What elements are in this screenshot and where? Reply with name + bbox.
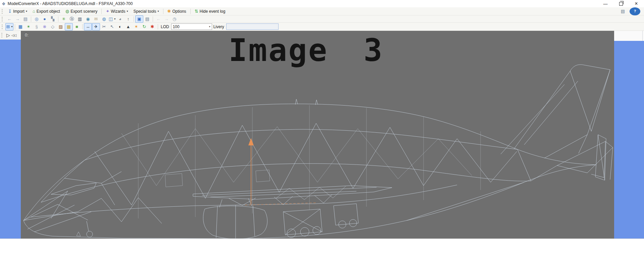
- frame-counter: 0:: [25, 32, 29, 38]
- livery-combobox[interactable]: [226, 23, 279, 30]
- zoom-extents-icon[interactable]: ⊞▾: [5, 23, 13, 30]
- dropdown-caret-icon[interactable]: ▾: [158, 10, 159, 13]
- menu-export-object: ⌂: [33, 9, 35, 13]
- find-object-icon[interactable]: ◎: [33, 15, 41, 23]
- terrain-texture-icon: ■: [76, 24, 78, 29]
- viewport-area[interactable]: ▷ ◁◁ 0:: [0, 31, 644, 239]
- burst-icon[interactable]: ✱: [148, 23, 156, 30]
- mailbox-icon[interactable]: ✉: [92, 15, 100, 23]
- toolbar-separator: [190, 9, 191, 14]
- attach-clip-icon[interactable]: §: [33, 23, 41, 30]
- attached-object-icon[interactable]: ⓐ: [68, 15, 76, 23]
- animation-editor-icon: ▥: [78, 17, 82, 21]
- dropdown-caret-icon[interactable]: ▾: [11, 25, 12, 28]
- window-restore-button[interactable]: [613, 0, 629, 7]
- material-sphere-icon[interactable]: ●: [41, 15, 49, 23]
- animation-bar: ▷ ◁◁: [0, 31, 21, 40]
- particles-icon[interactable]: ※: [41, 23, 49, 30]
- window-minimize-button[interactable]: —: [598, 0, 613, 7]
- visibility-editor-icon[interactable]: ◉: [84, 15, 92, 23]
- forward-icon[interactable]: →: [13, 15, 21, 23]
- ruler-toggle-icon[interactable]: ↔: [84, 23, 92, 30]
- dark-cone-icon[interactable]: ▲: [124, 23, 132, 30]
- refresh-icon: ↻: [143, 24, 146, 29]
- back-icon[interactable]: ←: [5, 15, 13, 23]
- dropdown-caret-icon[interactable]: ▾: [127, 10, 128, 13]
- animation-editor-icon[interactable]: ▥: [76, 15, 84, 23]
- play-button[interactable]: ▷: [6, 32, 10, 38]
- window-close-button[interactable]: ×: [629, 0, 644, 7]
- window-title: ModelConverterX - ABADSTUDIOSBELUGA.mdl …: [8, 1, 133, 6]
- sun-rays-icon: ✶: [135, 24, 138, 29]
- toolbar-overflow-area: [614, 31, 644, 41]
- dropdown-caret-icon[interactable]: ▾: [26, 10, 27, 13]
- find-object-icon: ◎: [35, 17, 38, 21]
- log-window-icon[interactable]: ▤: [618, 7, 628, 15]
- menu-options[interactable]: ✱Options: [165, 7, 189, 15]
- zoom-extents-icon: ⊞: [6, 24, 10, 29]
- grid-icon: ▦: [18, 24, 22, 29]
- preview-canvas[interactable]: Image 3: [21, 31, 614, 239]
- menu-import-label: Import: [13, 9, 24, 14]
- time-settings-icon: ◷: [172, 17, 176, 21]
- scenery-objects-icon[interactable]: ◫▾: [108, 15, 116, 23]
- event-log-panel[interactable]: [0, 239, 644, 266]
- earth-position-icon: ◍: [102, 17, 106, 21]
- aircraft-toggle-icon[interactable]: ✈: [92, 23, 100, 30]
- crop-tool-icon[interactable]: ✂: [100, 23, 108, 30]
- menu-export-scenery: ◍: [65, 9, 69, 13]
- ground-texture-icon: ▨: [59, 24, 63, 29]
- terrain-texture-icon[interactable]: ■: [73, 23, 81, 30]
- menu-export-object-label: Export object: [37, 9, 60, 14]
- help-icon[interactable]: ?: [630, 7, 640, 15]
- properties-panel-icon[interactable]: ▤: [143, 15, 151, 23]
- preview-monitor-icon[interactable]: ▣: [135, 15, 143, 23]
- menu-wizards-label: Wizards: [111, 9, 125, 14]
- toolbar-separator: [101, 9, 102, 14]
- view-toolbar: ⊞▾▦✴§※◇▨▩■↔✈✂↖◐▲✶↻✱ LOD 100 ▾ Livery: [0, 23, 644, 31]
- toolbar-grip[interactable]: [2, 24, 4, 29]
- chevron-down-icon[interactable]: ▾: [209, 25, 210, 28]
- refresh-icon[interactable]: ↻: [140, 23, 148, 30]
- toolbar-grip[interactable]: [2, 9, 4, 14]
- sun-rays-icon[interactable]: ✶: [132, 23, 140, 30]
- menu-special-tools[interactable]: Special tools▾: [131, 7, 162, 15]
- menu-hide-event-log[interactable]: ⇅Hide event log: [192, 7, 228, 15]
- scenery-objects-icon: ◫: [109, 17, 113, 21]
- menu-export-scenery[interactable]: ◍Export scenery: [63, 7, 100, 15]
- export-up-icon[interactable]: ↑: [124, 15, 132, 23]
- toolbar-separator: [158, 24, 158, 29]
- texture-ball-icon[interactable]: ◕: [116, 15, 124, 23]
- menu-import: ↧: [8, 9, 12, 13]
- menu-wizards[interactable]: ✦Wizards▾: [103, 7, 131, 15]
- pasted-image-caption: Image 3: [229, 34, 384, 67]
- earth-position-icon[interactable]: ◍: [100, 15, 108, 23]
- hierarchy-editor-icon[interactable]: ▚: [49, 15, 57, 23]
- rewind-button[interactable]: ◁◁: [11, 33, 16, 38]
- main-toolbar: ←→▤◎●▚✳ⓐ▥◉✉◍◫▾◕↑▣▤←→◷: [0, 15, 644, 23]
- attach-clip-icon: §: [35, 24, 38, 29]
- toolbar-separator: [15, 24, 15, 29]
- toolbar-separator: [153, 16, 153, 22]
- ground-texture-icon[interactable]: ▨: [57, 23, 65, 30]
- grid-icon[interactable]: ▦: [16, 23, 24, 30]
- lod-combobox[interactable]: 100 ▾: [171, 23, 212, 30]
- menu-import[interactable]: ↧Import▾: [5, 7, 30, 15]
- toolbar-separator: [82, 24, 83, 29]
- pick-tool-icon[interactable]: ↖: [108, 23, 116, 30]
- toolbar-grip[interactable]: [2, 17, 4, 21]
- checkered-sphere-icon[interactable]: ◐: [116, 23, 124, 30]
- dropdown-caret-icon[interactable]: ▾: [114, 18, 115, 20]
- back-disabled-icon[interactable]: ←: [154, 15, 162, 23]
- lod-label: LOD: [161, 24, 169, 29]
- effects-editor-icon[interactable]: ✳: [60, 15, 68, 23]
- menu-export-object[interactable]: ⌂Export object: [30, 7, 63, 15]
- time-settings-icon[interactable]: ◷: [170, 15, 179, 23]
- axes-icon[interactable]: ✴: [24, 23, 33, 30]
- wireframe-cube-icon[interactable]: ◇: [49, 23, 57, 30]
- forward-disabled-icon: →: [164, 17, 169, 21]
- sand-texture-icon[interactable]: ▩: [65, 23, 73, 30]
- forward-disabled-icon[interactable]: →: [162, 15, 170, 23]
- toolbar-grip[interactable]: [1, 33, 3, 38]
- event-log-doc-icon[interactable]: ▤: [21, 15, 30, 23]
